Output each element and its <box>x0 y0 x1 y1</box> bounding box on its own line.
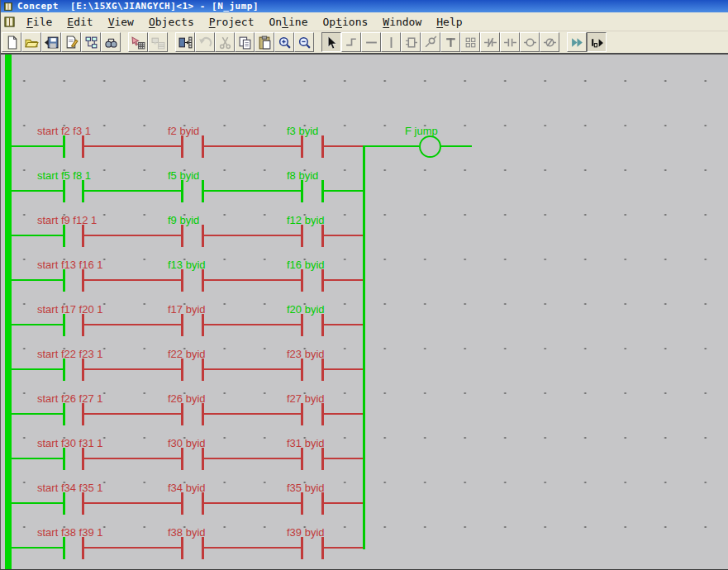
contact-bar[interactable] <box>181 492 183 515</box>
contact-label[interactable]: f27 byid <box>287 393 325 405</box>
contact-label[interactable]: f17 byid <box>168 304 206 316</box>
contact-bar[interactable] <box>181 180 183 202</box>
download-plc-icon <box>131 36 145 50</box>
contact-label[interactable]: f12 byid <box>287 215 325 226</box>
link-corner-button[interactable] <box>341 32 361 52</box>
open-folder-button[interactable] <box>21 32 41 52</box>
contact-label[interactable]: start f30 f31 1 <box>37 438 103 449</box>
contact-nc-button[interactable] <box>480 32 500 52</box>
contact-bar[interactable] <box>63 225 65 247</box>
contact-bar[interactable] <box>301 403 303 425</box>
contact-bar[interactable] <box>63 448 65 470</box>
document-icon[interactable] <box>3 16 16 28</box>
contact-label[interactable]: start f13 f16 1 <box>37 259 103 271</box>
ladder-canvas[interactable]: start f2 f3 1f2 byidf3 byidstart f5 f8 1… <box>1 55 728 569</box>
contact-bar[interactable] <box>301 492 303 515</box>
coil-sym-button[interactable] <box>520 32 540 52</box>
contact-label[interactable]: f34 byid <box>168 482 206 494</box>
download-plc-button[interactable] <box>128 32 148 52</box>
contact-bar[interactable] <box>181 403 183 425</box>
menu-file[interactable]: File <box>19 15 59 29</box>
contact-label[interactable]: f35 byid <box>287 482 325 494</box>
properties-button[interactable] <box>61 32 81 52</box>
menu-project[interactable]: Project <box>202 15 262 29</box>
contact-bar[interactable] <box>301 135 303 158</box>
grid-tool-button[interactable] <box>460 32 480 52</box>
contact-label[interactable]: start f26 f27 1 <box>37 393 103 405</box>
contact-bar[interactable] <box>181 269 183 292</box>
contact-bar[interactable] <box>301 314 303 336</box>
menu-window[interactable]: Window <box>375 15 429 29</box>
contact-bar[interactable] <box>181 135 183 158</box>
contact-bar[interactable] <box>301 359 303 381</box>
upload-plc-button[interactable] <box>148 32 168 52</box>
contact-bar[interactable] <box>63 537 65 559</box>
contact-label[interactable]: f2 byid <box>168 126 199 137</box>
contact-label[interactable]: f16 byid <box>287 259 325 271</box>
transfer-button[interactable] <box>175 32 195 52</box>
contact-bar[interactable] <box>301 537 303 559</box>
zoom-out-button[interactable] <box>294 32 314 52</box>
contact-label[interactable]: f20 byid <box>287 304 325 316</box>
cut-button[interactable] <box>215 32 235 52</box>
contact-label[interactable]: f13 byid <box>168 259 206 271</box>
text-tool-button[interactable] <box>440 32 460 52</box>
contact-label[interactable]: f9 byid <box>168 215 199 226</box>
contact-bar[interactable] <box>63 403 65 425</box>
contact-bar[interactable] <box>181 359 183 381</box>
animate-button[interactable] <box>587 32 607 52</box>
menu-edit[interactable]: Edit <box>59 15 100 29</box>
coil-link-button[interactable] <box>421 32 440 52</box>
menu-help[interactable]: Help <box>429 15 469 29</box>
contact-label[interactable]: f22 byid <box>168 349 206 360</box>
contact-bar[interactable] <box>63 359 65 381</box>
find-button[interactable] <box>101 32 121 52</box>
contact-bar[interactable] <box>181 314 183 336</box>
contact-label[interactable]: start f38 f39 1 <box>37 527 103 539</box>
coil-label[interactable]: F jump <box>405 126 438 137</box>
project-browser-button[interactable] <box>81 32 101 52</box>
contact-label[interactable]: f5 byid <box>168 170 199 182</box>
contact-bar[interactable] <box>301 269 303 292</box>
select-arrow-button[interactable] <box>321 32 341 52</box>
contact-bar[interactable] <box>301 225 303 247</box>
contact-label[interactable]: start f34 f35 1 <box>37 482 103 494</box>
contact-bar[interactable] <box>63 269 65 292</box>
contact-label[interactable]: f23 byid <box>287 349 325 360</box>
function-block-button[interactable] <box>401 32 421 52</box>
contact-label[interactable]: start f9 f12 1 <box>37 215 97 226</box>
coil[interactable] <box>419 135 441 158</box>
wire-segment <box>324 279 365 281</box>
contact-label[interactable]: start f17 f20 1 <box>37 304 103 316</box>
copy-button[interactable] <box>235 32 255 52</box>
contact-label[interactable]: f26 byid <box>168 393 206 405</box>
menu-view[interactable]: View <box>101 15 141 29</box>
contact-bar[interactable] <box>301 448 303 470</box>
contact-label[interactable]: start f22 f23 1 <box>37 349 103 360</box>
contact-bar[interactable] <box>63 492 65 515</box>
contact-bar[interactable] <box>181 225 183 247</box>
contact-label[interactable]: f30 byid <box>168 438 206 449</box>
contact-no-button[interactable] <box>500 32 520 52</box>
coil-negated-button[interactable] <box>540 32 559 52</box>
save-button[interactable] <box>41 32 61 52</box>
contact-bar[interactable] <box>181 448 183 470</box>
contact-bar[interactable] <box>63 314 65 336</box>
menu-online[interactable]: Online <box>262 15 316 29</box>
undo-button[interactable] <box>195 32 215 52</box>
vline-button[interactable] <box>381 32 401 52</box>
contact-bar[interactable] <box>181 537 183 559</box>
contact-bar[interactable] <box>301 180 303 202</box>
contact-label[interactable]: f39 byid <box>287 527 325 539</box>
menu-objects[interactable]: Objects <box>141 15 202 29</box>
contact-bar[interactable] <box>63 180 65 202</box>
menu-options[interactable]: Options <box>316 15 376 29</box>
zoom-in-button[interactable] <box>274 32 294 52</box>
contact-label[interactable]: f38 byid <box>168 527 206 539</box>
contact-label[interactable]: f31 byid <box>287 438 325 449</box>
new-file-button[interactable] <box>2 32 21 52</box>
hline-button[interactable] <box>361 32 381 52</box>
step-forward-button[interactable] <box>567 32 587 52</box>
paste-button[interactable] <box>255 32 274 52</box>
contact-bar[interactable] <box>63 135 65 158</box>
